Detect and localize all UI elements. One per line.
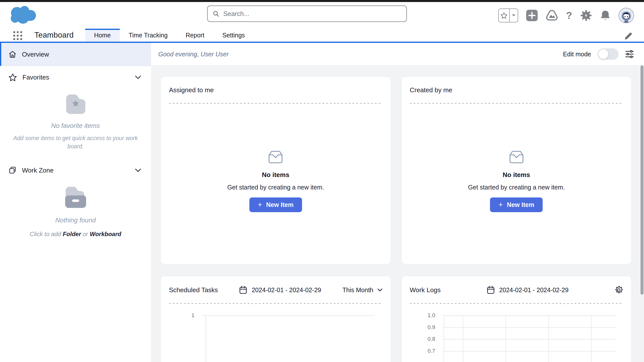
date-range: 2024-02-01 - 2024-02-29 [252, 286, 321, 294]
search-input[interactable] [223, 10, 402, 18]
dashed-separator [410, 103, 623, 104]
tab-report[interactable]: Report [177, 29, 214, 42]
card-assigned-to-me: Assigned to me No items Get started by c… [160, 77, 391, 264]
work-zone-label: Work Zone [22, 167, 54, 174]
search-icon [213, 10, 219, 17]
add-folder-link[interactable]: Folder [63, 231, 81, 237]
user-avatar[interactable] [618, 8, 634, 23]
tab-time-tracking[interactable]: Time Tracking [120, 29, 177, 42]
grid-hline [443, 315, 616, 316]
work-zone-folder-illustration [63, 185, 88, 209]
card-work-logs: Work Logs 2024-02-01 - 2024-02-29 [402, 276, 632, 362]
empty-inbox-icon [267, 150, 284, 164]
toggle-knob [598, 49, 608, 59]
nav-tabs: HomeTime TrackingReportSettings [85, 29, 254, 42]
favorites-empty-caption: Add some items to get quick access to yo… [10, 134, 142, 151]
chevron-down-icon [378, 288, 382, 291]
grid-hline [202, 315, 375, 316]
favorites-empty-state: No favorite items Add some items to get … [0, 92, 151, 151]
plus-icon: + [498, 201, 503, 208]
calendar-icon [487, 286, 495, 294]
help-icon[interactable]: ? [566, 10, 572, 20]
grid-vline [591, 316, 592, 362]
add-line-prefix: Click to add [30, 231, 61, 237]
edit-mode-toggle[interactable] [598, 48, 618, 60]
sidebar-section-work-zone[interactable]: Work Zone [0, 162, 151, 179]
y-tick-label: 0.8 [410, 336, 435, 342]
empty-title: No items [262, 171, 289, 179]
card-title: Assigned to me [169, 86, 214, 94]
home-icon [8, 50, 16, 58]
favorites-empty-title: No favorite items [0, 122, 151, 130]
main-area: Good evening, User User Edit mode [151, 43, 644, 362]
work-logs-chart: 1.00.90.80.7 [410, 316, 623, 362]
add-workboard-link[interactable]: Workboard [90, 231, 121, 237]
empty-title: No items [503, 171, 530, 179]
guidance-center-icon[interactable] [546, 10, 558, 21]
favorites-label: Favorites [22, 74, 49, 81]
new-item-button[interactable]: + New Item [490, 197, 543, 212]
favorite-star-icon[interactable] [499, 9, 510, 22]
tab-home[interactable]: Home [85, 29, 120, 42]
dashed-separator [410, 303, 623, 304]
chevron-down-icon[interactable] [135, 169, 141, 172]
dashboard-filter-icon[interactable] [625, 50, 634, 59]
plus-icon: + [258, 201, 262, 208]
edit-nav-pencil-icon[interactable] [623, 31, 633, 41]
edit-mode-label: Edit mode [563, 51, 591, 58]
app-launcher-icon[interactable] [13, 31, 23, 41]
app-title: Teamboard [34, 31, 74, 42]
add-line-or: or [82, 231, 88, 237]
grid-hline [443, 327, 616, 328]
favorites-folder-illustration [64, 92, 87, 114]
grid-vline [506, 316, 506, 362]
tab-settings[interactable]: Settings [214, 29, 254, 42]
work-zone-add-line: Click to add Folder or Workboard [0, 231, 151, 238]
calendar-icon [239, 286, 247, 294]
quick-create-icon[interactable] [526, 10, 538, 21]
greeting-bar: Good evening, User User Edit mode [151, 43, 644, 66]
y-tick-label: 1.0 [410, 312, 435, 319]
empty-text: Get started by creating a new item. [227, 184, 324, 191]
app-navigation-bar: Teamboard HomeTime TrackingReportSetting… [0, 29, 644, 43]
left-sidebar: Overview Favorites No favorite items Add… [0, 43, 151, 362]
work-zone-empty-title: Nothing found [0, 216, 151, 224]
empty-inbox-icon [508, 150, 525, 164]
period-dropdown[interactable]: This Month [342, 286, 382, 294]
grid-vline [463, 316, 463, 362]
sidebar-item-overview[interactable]: Overview [0, 43, 151, 66]
grid-vline [444, 316, 444, 362]
card-title: Scheduled Tasks [169, 286, 218, 294]
global-search [207, 5, 407, 22]
chevron-down-icon[interactable] [135, 76, 141, 79]
new-item-button[interactable]: + New Item [249, 197, 302, 212]
card-scheduled-tasks: Scheduled Tasks 2024-02-01 - 2024-02-29 [160, 276, 391, 362]
dashed-separator [169, 103, 382, 104]
y-axis-line [206, 316, 206, 362]
setup-gear-icon[interactable] [580, 9, 592, 21]
notifications-bell-icon[interactable] [600, 10, 610, 21]
sidebar-section-favorites[interactable]: Favorites [0, 69, 151, 86]
salesforce-cloud-logo [8, 4, 38, 25]
window-top-strip [0, 0, 644, 2]
grid-vline [548, 316, 549, 362]
work-zone-copy-icon [8, 166, 16, 174]
empty-text: Get started by creating a new item. [468, 184, 565, 191]
card-title: Created by me [410, 86, 452, 94]
favorites-dropdown-icon[interactable] [510, 9, 518, 22]
work-zone-empty-state: Nothing found Click to add Folder or Wor… [0, 185, 151, 238]
y-tick-label: 0.9 [410, 324, 435, 331]
grid-hline [443, 339, 616, 340]
favorites-split-button[interactable] [498, 8, 518, 22]
card-created-by-me: Created by me No items Get started by cr… [402, 77, 632, 264]
sidebar-item-label: Overview [22, 51, 49, 58]
y-tick-label: 1 [169, 312, 194, 319]
card-settings-gear-icon[interactable] [614, 286, 623, 294]
dashed-separator [169, 303, 382, 304]
global-header: ? [0, 2, 644, 29]
scheduled-tasks-chart: 1 [169, 316, 382, 362]
page-scrollbar-thumb[interactable] [640, 65, 644, 295]
card-title: Work Logs [410, 286, 441, 294]
star-icon [8, 73, 17, 81]
greeting-text: Good evening, User User [158, 51, 229, 58]
